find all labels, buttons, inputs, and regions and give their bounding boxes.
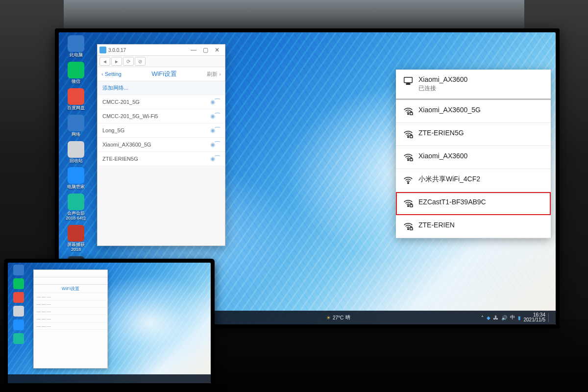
system-tray[interactable]: ˄ ◆ 🖧 🔊 中 ▮ [481, 314, 521, 321]
app-version: 3.0.0.17 [108, 48, 126, 53]
wifi-secure-icon [403, 106, 414, 117]
desktop-icon-label: 屏幕捕获 2018 [63, 243, 89, 252]
wifi-secure-icon [403, 152, 414, 163]
tray-notification-icon[interactable]: ▮ [518, 315, 521, 320]
desktop-icon[interactable]: 百度网盘 [62, 88, 90, 111]
photo-scene: 此电脑微信百度网盘网络回收站电脑管家会声会影 2018 64位屏幕捕获 2018… [0, 0, 588, 392]
wifi-flyout-item[interactable]: 小米共享WiFi_4CF2 [396, 169, 551, 192]
laptop-taskbar[interactable] [8, 374, 211, 383]
ethernet-icon [403, 75, 414, 86]
desktop-icon[interactable]: 电脑管家 [62, 167, 90, 190]
app-icon [68, 167, 84, 184]
laptop-icon[interactable] [13, 306, 24, 317]
sun-icon: ☀ [326, 315, 331, 320]
taskbar-clock[interactable]: 16:34 2021/11/5 [524, 313, 546, 323]
laptop: WiFi设置 — — — — — — — — — — — — — — — [4, 259, 215, 387]
laptop-app-title: WiFi设置 [34, 285, 107, 293]
laptop-wifi-row[interactable]: — — — [34, 300, 107, 308]
desktop-icon-label: 会声会影 2018 64位 [63, 211, 89, 221]
laptop-wifi-row[interactable]: — — — [34, 322, 107, 330]
laptop-icon[interactable] [13, 265, 24, 275]
desktop-icon[interactable]: 网络 [62, 115, 90, 137]
wifi-network-row[interactable]: CMCC-201_5G_Wi-Fi5◉⁀ [98, 109, 225, 123]
wifi-network-row[interactable]: Long_5G◉⁀ [98, 123, 225, 138]
desktop-icon[interactable]: 微信 [62, 62, 90, 84]
svg-point-5 [408, 136, 409, 138]
laptop-icon[interactable] [13, 292, 24, 303]
wifi-ssid: Xiaomi_AX3600 [418, 75, 467, 83]
refresh-button[interactable]: 刷新 › [207, 71, 221, 78]
laptop-wifi-row[interactable]: — — — [34, 308, 107, 315]
laptop-wifi-row[interactable]: — — — [34, 293, 107, 300]
wifi-secure-icon [403, 198, 414, 209]
app-title: WiFi设置 [151, 70, 177, 78]
wifi-ssid: Xiaomi_AX3600 [418, 152, 467, 160]
wifi-open-icon [403, 175, 414, 186]
nav-forward-button[interactable]: ► [111, 57, 122, 66]
wifi-secure-icon [403, 221, 414, 232]
laptop-app-titlebar[interactable] [34, 270, 107, 277]
laptop-icon[interactable] [13, 278, 24, 289]
laptop-app-toolbar [34, 277, 107, 285]
wifi-signal-icon: ◉⁀ [210, 155, 220, 162]
desktop-icon[interactable]: 此电脑 [62, 35, 90, 58]
back-to-setting[interactable]: ‹ Setting [101, 71, 122, 77]
laptop-ezcast-window[interactable]: WiFi设置 — — — — — — — — — — — — — — — [33, 270, 108, 368]
ezcast-settings-window[interactable]: 3.0.0.17 — ▢ ✕ ◄ ► ⟳ ⊘ ‹ Setting WiFi设置 … [97, 44, 225, 246]
desktop-icon[interactable]: 屏幕捕获 2018 [62, 225, 90, 252]
app-icon [68, 225, 84, 242]
nav-stop-button[interactable]: ⊘ [135, 57, 146, 66]
desktop-icon[interactable]: 回收站 [62, 141, 90, 164]
svg-rect-8 [410, 159, 413, 161]
nav-reload-button[interactable]: ⟳ [123, 57, 134, 66]
windows-wifi-flyout[interactable]: Xiaomi_AX3600已连接Xiaomi_AX3600_5GZTE-ERIE… [396, 70, 551, 238]
wifi-flyout-item[interactable]: Xiaomi_AX3600_5G [396, 99, 551, 123]
svg-rect-0 [404, 77, 413, 83]
app-icon [68, 194, 84, 210]
close-button[interactable]: ✕ [211, 47, 223, 53]
weather-desc: 晴 [345, 314, 350, 321]
svg-rect-13 [410, 228, 413, 230]
tray-network-icon[interactable]: 🖧 [493, 315, 498, 320]
wifi-ssid: 小米共享WiFi_4CF2 [418, 175, 480, 184]
tray-volume-icon[interactable]: 🔊 [501, 315, 507, 320]
desktop-icon-label: 此电脑 [70, 53, 83, 58]
wifi-ssid: Xiaomi_AX3600_5G [102, 142, 151, 147]
nav-back-button[interactable]: ◄ [99, 57, 110, 66]
wifi-network-row[interactable]: Xiaomi_AX3600_5G◉⁀ [98, 138, 225, 152]
svg-point-10 [408, 205, 409, 207]
app-titlebar[interactable]: 3.0.0.17 — ▢ ✕ [98, 45, 225, 56]
wifi-signal-icon: ◉⁀ [210, 98, 220, 105]
wifi-secure-icon [403, 129, 414, 140]
app-icon [68, 88, 84, 105]
app-icon [68, 115, 84, 131]
wifi-ssid: CMCC-201_5G [102, 99, 140, 105]
laptop-wifi-row[interactable]: — — — [34, 315, 107, 322]
desktop-icon-label: 网络 [72, 132, 80, 137]
wifi-flyout-item[interactable]: ZTE-ERIEN5G [396, 123, 551, 146]
laptop-icon[interactable] [13, 319, 24, 330]
wifi-network-row[interactable]: CMCC-201_5G◉⁀ [98, 95, 225, 109]
minimize-button[interactable]: — [188, 47, 199, 53]
wifi-flyout-item[interactable]: Xiaomi_AX3600 [396, 146, 551, 169]
show-desktop-button[interactable] [548, 313, 553, 322]
taskbar-weather[interactable]: ☀ 27°C 晴 [326, 314, 350, 321]
laptop-icon[interactable] [13, 333, 24, 344]
wifi-flyout-item-highlighted[interactable]: EZCastT1-BF39AB9C [396, 192, 551, 215]
tray-ime[interactable]: 中 [510, 314, 515, 321]
wifi-network-row[interactable]: ZTE-ERIEN5G◉⁀ [98, 152, 225, 166]
wifi-flyout-item[interactable]: Xiaomi_AX3600已连接 [396, 70, 551, 99]
svg-point-7 [408, 159, 409, 161]
wifi-signal-icon: ◉⁀ [210, 141, 220, 148]
svg-point-9 [408, 182, 409, 184]
wifi-flyout-item[interactable]: ZTE-ERIEN [396, 215, 551, 238]
app-header: ‹ Setting WiFi设置 刷新 › [98, 67, 225, 81]
wifi-ssid: Xiaomi_AX3600_5G [418, 106, 481, 114]
add-network-row[interactable]: 添加网络... [98, 81, 225, 95]
laptop-desktop-icons [10, 265, 27, 344]
maximize-button[interactable]: ▢ [199, 47, 211, 53]
tray-chevron-icon[interactable]: ˄ [481, 315, 484, 320]
tray-app-icon[interactable]: ◆ [487, 315, 490, 320]
desktop-icon[interactable]: 会声会影 2018 64位 [62, 194, 90, 221]
wifi-ssid: CMCC-201_5G_Wi-Fi5 [102, 113, 158, 119]
